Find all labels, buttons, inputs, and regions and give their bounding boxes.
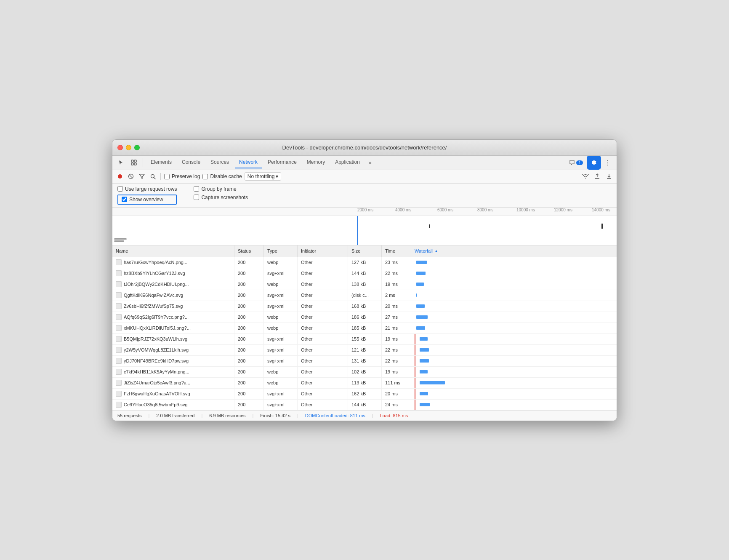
disable-cache-checkbox[interactable] bbox=[202, 174, 208, 179]
td-initiator: Other bbox=[298, 312, 348, 323]
table-row[interactable]: has7ru/GxwYhpoeq/AcN.png... 200 webp Oth… bbox=[112, 257, 617, 268]
dom-content-loaded: DOMContentLoaded: 811 ms bbox=[305, 413, 365, 418]
th-status[interactable]: Status bbox=[234, 245, 264, 257]
td-name: tJOhr2jBQWy2CdKHDlUI.png... bbox=[112, 279, 234, 290]
group-by-frame-checkbox[interactable] bbox=[194, 186, 199, 192]
preserve-log-checkbox-label[interactable]: Preserve log bbox=[164, 173, 200, 179]
red-line bbox=[415, 400, 415, 410]
inspect-icon[interactable] bbox=[128, 157, 139, 168]
record-button[interactable] bbox=[116, 172, 124, 181]
table-row[interactable]: AQfq69qS2Ig6lT9Y7vcc.png?... 200 webp Ot… bbox=[112, 312, 617, 323]
th-waterfall[interactable]: Waterfall ▲ bbox=[411, 245, 617, 257]
td-initiator: Other bbox=[298, 378, 348, 388]
capture-screenshots-checkbox[interactable] bbox=[194, 195, 199, 200]
upload-icon[interactable] bbox=[593, 172, 601, 181]
ruler-tick-6000: 6000 ms bbox=[437, 208, 453, 212]
svg-rect-0 bbox=[131, 160, 133, 162]
td-size: (disk c... bbox=[348, 290, 382, 301]
nav-right: 1 ⋮ bbox=[567, 157, 613, 168]
tab-performance[interactable]: Performance bbox=[263, 157, 301, 168]
td-size: 144 kB bbox=[348, 400, 382, 410]
waterfall-bar bbox=[420, 403, 430, 406]
settings-gear-button[interactable] bbox=[588, 157, 600, 168]
th-name[interactable]: Name bbox=[112, 245, 234, 257]
show-overview-checkbox[interactable] bbox=[122, 197, 127, 202]
td-status: 200 bbox=[234, 345, 264, 355]
td-name: yDJ70NF49BREe9kHD7pw.svg bbox=[112, 356, 234, 366]
svg-rect-3 bbox=[134, 163, 136, 165]
minimize-button[interactable] bbox=[126, 145, 131, 150]
toolbar: Preserve log Disable cache No throttling… bbox=[112, 170, 617, 184]
file-icon bbox=[116, 259, 122, 265]
tab-sources[interactable]: Sources bbox=[206, 157, 233, 168]
timeline-start-marker bbox=[357, 216, 358, 245]
tab-application[interactable]: Application bbox=[331, 157, 364, 168]
td-size: 102 kB bbox=[348, 367, 382, 377]
search-button[interactable] bbox=[149, 172, 157, 181]
th-initiator[interactable]: Initiator bbox=[298, 245, 348, 257]
large-rows-checkbox[interactable] bbox=[117, 186, 123, 192]
chat-button[interactable]: 1 bbox=[567, 159, 585, 166]
filter-button[interactable] bbox=[138, 172, 146, 181]
td-status: 200 bbox=[234, 312, 264, 323]
clear-button[interactable] bbox=[127, 172, 135, 181]
overview-chart[interactable] bbox=[112, 216, 617, 245]
td-status: 200 bbox=[234, 268, 264, 279]
table-row[interactable]: FzH6gwuHgXuGnasATVOH.svg 200 svg+xml Oth… bbox=[112, 389, 617, 400]
td-initiator: Other bbox=[298, 290, 348, 301]
more-tabs-icon[interactable]: » bbox=[366, 157, 374, 168]
maximize-button[interactable] bbox=[134, 145, 140, 150]
settings-col-right: Group by frame Capture screenshots bbox=[194, 186, 248, 205]
td-waterfall bbox=[411, 301, 617, 312]
td-waterfall bbox=[411, 367, 617, 377]
file-icon bbox=[116, 402, 122, 408]
table-row[interactable]: B5QMjpRJZ72xKQ3uWLlh.svg 200 svg+xml Oth… bbox=[112, 334, 617, 345]
ruler-tick-2000: 2000 ms bbox=[357, 208, 373, 212]
th-type[interactable]: Type bbox=[264, 245, 298, 257]
table-row[interactable]: c7kf94kHB11kK5AyYyMn.png... 200 webp Oth… bbox=[112, 367, 617, 378]
table-row[interactable]: Ce9YHacO35q8t5wbmFp9.svg 200 svg+xml Oth… bbox=[112, 400, 617, 411]
td-waterfall bbox=[411, 290, 617, 301]
td-initiator: Other bbox=[298, 367, 348, 377]
tab-memory[interactable]: Memory bbox=[303, 157, 329, 168]
table-row[interactable]: hz8BXb9YlYLhCGarY12J.svg 200 svg+xml Oth… bbox=[112, 268, 617, 279]
svg-line-8 bbox=[154, 177, 155, 179]
close-button[interactable] bbox=[117, 145, 123, 150]
show-overview-checkbox-label[interactable]: Show overview bbox=[122, 197, 163, 203]
waterfall-bar bbox=[420, 370, 428, 373]
requests-count: 55 requests bbox=[117, 413, 141, 418]
load-time: Load: 815 ms bbox=[380, 413, 408, 418]
table-row[interactable]: QgftKdlKE6NqaFwlZAVc.svg 200 svg+xml Oth… bbox=[112, 290, 617, 301]
th-time[interactable]: Time bbox=[382, 245, 411, 257]
download-icon[interactable] bbox=[605, 172, 613, 181]
th-size[interactable]: Size bbox=[348, 245, 382, 257]
td-status: 200 bbox=[234, 290, 264, 301]
large-rows-checkbox-label[interactable]: Use large request rows bbox=[117, 186, 177, 192]
group-by-frame-checkbox-label[interactable]: Group by frame bbox=[194, 186, 248, 192]
disable-cache-checkbox-label[interactable]: Disable cache bbox=[202, 173, 242, 179]
table-row[interactable]: JiZisZ4UmarOjo5cAwf3.png?a... 200 webp O… bbox=[112, 378, 617, 389]
waterfall-sort-arrow: ▲ bbox=[434, 249, 438, 253]
tab-elements[interactable]: Elements bbox=[146, 157, 176, 168]
td-type: svg+xml bbox=[264, 356, 298, 366]
tab-network[interactable]: Network bbox=[235, 157, 262, 168]
more-options-icon[interactable]: ⋮ bbox=[602, 157, 613, 168]
td-time: 111 ms bbox=[382, 378, 411, 388]
td-name: Ce9YHacO35q8t5wbmFp9.svg bbox=[112, 400, 234, 410]
table-row[interactable]: y2W5yVOMWqgL8ZE1Lklh.svg 200 svg+xml Oth… bbox=[112, 345, 617, 356]
settings-col-left: Use large request rows Show overview bbox=[117, 186, 177, 205]
transferred-size: 2.0 MB transferred bbox=[156, 413, 194, 418]
wifi-icon[interactable] bbox=[581, 172, 590, 181]
throttle-select[interactable]: No throttling ▾ bbox=[245, 172, 282, 181]
chat-badge: 1 bbox=[576, 160, 583, 165]
td-waterfall bbox=[411, 257, 617, 268]
td-status: 200 bbox=[234, 367, 264, 377]
table-row[interactable]: xMKUHQxXLiRDiiUTol5J.png?... 200 webp Ot… bbox=[112, 323, 617, 334]
table-row[interactable]: yDJ70NF49BREe9kHD7pw.svg 200 svg+xml Oth… bbox=[112, 356, 617, 367]
capture-screenshots-checkbox-label[interactable]: Capture screenshots bbox=[194, 195, 248, 200]
table-row[interactable]: Zv6sbHi6fZfZMWufSp75.svg 200 svg+xml Oth… bbox=[112, 301, 617, 312]
table-row[interactable]: tJOhr2jBQWy2CdKHDlUI.png... 200 webp Oth… bbox=[112, 279, 617, 290]
cursor-icon[interactable] bbox=[116, 157, 127, 168]
tab-console[interactable]: Console bbox=[178, 157, 205, 168]
preserve-log-checkbox[interactable] bbox=[164, 174, 170, 179]
